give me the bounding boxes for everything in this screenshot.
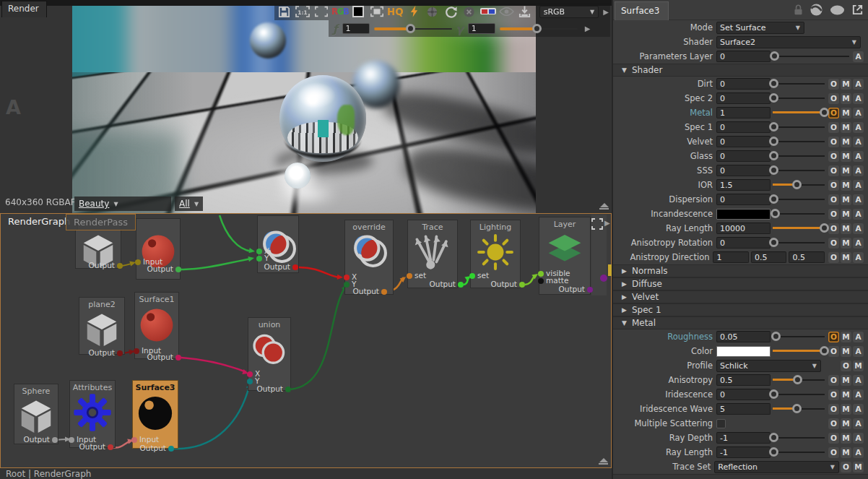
flag-a-button[interactable]: A [853, 194, 864, 205]
port-output[interactable] [381, 289, 387, 295]
flag-m-button[interactable]: M [841, 151, 851, 162]
port-x[interactable] [344, 275, 350, 280]
value-field[interactable]: 1 [716, 107, 771, 118]
checkbox[interactable] [716, 419, 726, 428]
dropdown-trace-set[interactable]: Reflection▼ [714, 461, 839, 473]
snapshot-icon[interactable] [516, 4, 534, 19]
port-output[interactable] [117, 263, 123, 269]
port-x[interactable] [247, 371, 253, 377]
value-slider[interactable] [773, 79, 825, 89]
port-input[interactable] [135, 259, 141, 265]
pop-out-icon[interactable] [851, 4, 864, 16]
color-swatch[interactable] [716, 209, 771, 220]
value-field[interactable]: 0 [716, 51, 771, 62]
flag-o-button[interactable]: O [828, 79, 839, 90]
collapse-panel-icon[interactable] [599, 203, 609, 210]
port-input[interactable] [69, 437, 74, 443]
compare-eye-icon[interactable] [498, 4, 516, 19]
value-field[interactable]: 0 [716, 150, 771, 162]
value-field[interactable]: 1.5 [716, 179, 771, 191]
section-metal[interactable]: ▼Metal [613, 316, 868, 329]
flag-a-button[interactable]: A [853, 93, 864, 104]
flag-m-button[interactable]: M [841, 375, 851, 386]
flag-o-button[interactable]: O [828, 122, 839, 133]
flag-o-button[interactable]: O [828, 418, 839, 429]
flag-m-button[interactable]: M [841, 433, 851, 444]
value-slider[interactable] [773, 108, 825, 118]
value-field[interactable]: 0 [716, 194, 771, 205]
port-matte[interactable] [538, 278, 544, 284]
value-field[interactable]: 10000 [716, 223, 771, 234]
port-x[interactable] [256, 249, 262, 254]
flag-o-button[interactable]: O [828, 238, 839, 249]
gamma-input[interactable]: 1 [468, 23, 495, 34]
section-shader[interactable]: ▼Shader [613, 64, 868, 77]
turbo-icon[interactable] [406, 4, 423, 19]
flag-a-button[interactable]: A [853, 137, 864, 147]
zoom-fit-icon[interactable] [313, 4, 330, 19]
graph-more-arrow-icon[interactable]: ▶ [604, 219, 610, 227]
value-field[interactable]: 1 [713, 251, 749, 263]
collapse-graph-icon[interactable] [599, 458, 608, 465]
flag-o-button[interactable]: O [828, 447, 839, 458]
port-set[interactable] [469, 273, 475, 279]
flag-a-button[interactable]: A [853, 165, 864, 176]
hq-icon[interactable]: HQ [387, 4, 404, 19]
section-spec-1[interactable]: ▶Spec 1 [613, 303, 868, 316]
section-diffuse[interactable]: ▶Diffuse [613, 277, 868, 290]
flag-m-button[interactable]: M [841, 404, 851, 415]
stop-icon[interactable] [461, 4, 478, 19]
value-slider[interactable] [773, 180, 825, 190]
port-set[interactable] [407, 273, 412, 279]
node-plane2[interactable]: plane2 [79, 297, 125, 355]
port-output[interactable] [117, 350, 123, 356]
flag-a-button[interactable]: A [853, 375, 864, 386]
port-output[interactable] [175, 267, 181, 272]
flag-o-button[interactable]: O [828, 389, 839, 400]
toolbar-more-arrow-icon[interactable]: ▶ [603, 8, 609, 16]
port-y[interactable] [256, 256, 262, 262]
value-slider[interactable] [773, 165, 825, 176]
save-icon[interactable] [276, 4, 293, 19]
flag-m-button[interactable]: M [841, 194, 851, 205]
exposure-slider[interactable] [374, 24, 452, 34]
flag-a-button[interactable]: A [853, 447, 864, 458]
flag-m-button[interactable]: M [841, 447, 851, 458]
render-region-icon[interactable] [368, 4, 386, 19]
value-field[interactable]: 0.05 [716, 331, 771, 342]
value-slider[interactable] [773, 151, 825, 161]
flag-m-button[interactable]: M [841, 209, 851, 220]
gamma-slider[interactable] [500, 24, 578, 34]
flag-o-button[interactable]: O [828, 223, 839, 234]
shader-ball-icon[interactable] [810, 3, 823, 17]
color-swatch[interactable] [716, 346, 771, 357]
value-field[interactable]: 0.5 [751, 251, 787, 263]
sphere-icon[interactable] [829, 4, 846, 16]
flag-a-button[interactable]: A [853, 209, 864, 220]
value-field[interactable]: 0 [716, 237, 771, 249]
flag-a-button[interactable]: A [853, 108, 864, 118]
flag-m-button[interactable]: M [841, 389, 851, 400]
value-field[interactable]: 0 [716, 165, 771, 176]
value-slider[interactable] [773, 404, 825, 414]
flag-m-button[interactable]: M [841, 93, 851, 104]
value-slider[interactable] [773, 389, 825, 400]
flag-a-button[interactable]: A [853, 433, 864, 444]
port-y[interactable] [247, 379, 253, 384]
flag-o-button[interactable]: O [828, 180, 839, 191]
port-output[interactable] [108, 444, 113, 450]
flag-o-button[interactable]: O [828, 93, 839, 104]
flag-a-button[interactable]: A [853, 418, 864, 429]
flag-o-button[interactable]: O [828, 194, 839, 205]
node-union[interactable]: union [248, 317, 291, 391]
value-field[interactable]: -1 [716, 432, 771, 444]
flag-o-button[interactable]: O [828, 108, 839, 118]
flag-m-button[interactable]: M [841, 122, 851, 133]
flag-o-button[interactable]: O [841, 361, 851, 371]
port-input[interactable] [134, 348, 139, 354]
flag-m-button[interactable]: M [841, 346, 851, 357]
channel-dropdown[interactable]: All ▼ [175, 197, 203, 211]
port-output[interactable] [175, 355, 181, 361]
flag-m-button[interactable]: M [853, 462, 864, 472]
port-output[interactable] [587, 287, 593, 293]
